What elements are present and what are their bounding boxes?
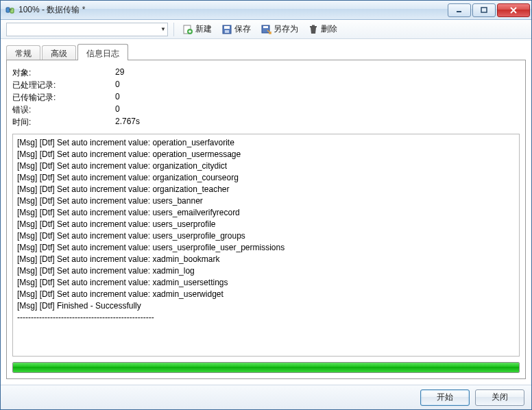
start-button[interactable]: 开始: [420, 389, 470, 406]
close-window-button[interactable]: [497, 3, 530, 17]
content-area: 常规 高级 信息日志 对象: 29 已处理记录: 0 已传输记录: 0 错误: …: [1, 39, 531, 385]
tab-strip: 常规 高级 信息日志: [6, 43, 526, 60]
stats-grid: 对象: 29 已处理记录: 0 已传输记录: 0 错误: 0 时间: 2.767…: [12, 67, 520, 128]
new-label: 新建: [195, 23, 212, 35]
label-processed: 已处理记录:: [12, 80, 115, 91]
window-title: 100% - 数据传输 *: [19, 4, 85, 16]
svg-rect-10: [263, 26, 268, 28]
label-time: 时间:: [12, 117, 115, 128]
save-label: 保存: [234, 23, 251, 35]
label-object: 对象:: [12, 67, 115, 79]
toolbar: ▼ 新建 保存 另存为 删除: [1, 20, 531, 39]
titlebar: 100% - 数据传输 *: [1, 1, 531, 20]
close-button[interactable]: 关闭: [475, 389, 524, 406]
saveas-icon: [261, 24, 271, 35]
tab-log[interactable]: 信息日志: [77, 44, 128, 60]
value-processed: 0: [115, 80, 520, 91]
trash-icon: [308, 24, 319, 35]
app-icon: [5, 5, 16, 16]
app-window: 100% - 数据传输 * ▼ 新建: [0, 0, 532, 410]
profile-combo[interactable]: ▼: [6, 23, 168, 36]
value-transferred: 0: [115, 92, 520, 104]
log-textarea[interactable]: [Msg] [Dtf] Set auto increment value: op…: [12, 134, 520, 357]
svg-rect-12: [312, 25, 315, 26]
svg-rect-7: [224, 26, 230, 29]
new-icon: [182, 24, 193, 35]
tab-panel-log: 对象: 29 已处理记录: 0 已传输记录: 0 错误: 0 时间: 2.767…: [6, 60, 526, 379]
save-icon: [221, 24, 232, 35]
label-transferred: 已传输记录:: [12, 92, 115, 104]
delete-label: 删除: [321, 23, 337, 35]
value-time: 2.767s: [115, 117, 520, 128]
footer: 开始 关闭: [1, 385, 531, 409]
svg-rect-1: [10, 8, 14, 13]
delete-button[interactable]: 删除: [305, 22, 340, 36]
tab-general[interactable]: 常规: [6, 45, 40, 60]
minimize-button[interactable]: [448, 3, 471, 17]
maximize-button[interactable]: [472, 3, 496, 17]
new-button[interactable]: 新建: [180, 22, 215, 36]
svg-rect-3: [481, 8, 487, 12]
window-controls: [448, 3, 530, 17]
saveas-button[interactable]: 另存为: [258, 22, 301, 36]
value-errors: 0: [115, 104, 520, 116]
saveas-label: 另存为: [274, 23, 298, 35]
save-button[interactable]: 保存: [219, 22, 254, 36]
label-errors: 错误:: [12, 104, 115, 116]
value-object: 29: [115, 67, 520, 79]
progress-fill: [13, 363, 519, 372]
svg-rect-8: [225, 30, 229, 33]
progress-bar: [12, 362, 520, 373]
tab-advanced[interactable]: 高级: [42, 45, 76, 60]
separator: [173, 23, 174, 36]
chevron-down-icon: ▼: [160, 26, 166, 32]
